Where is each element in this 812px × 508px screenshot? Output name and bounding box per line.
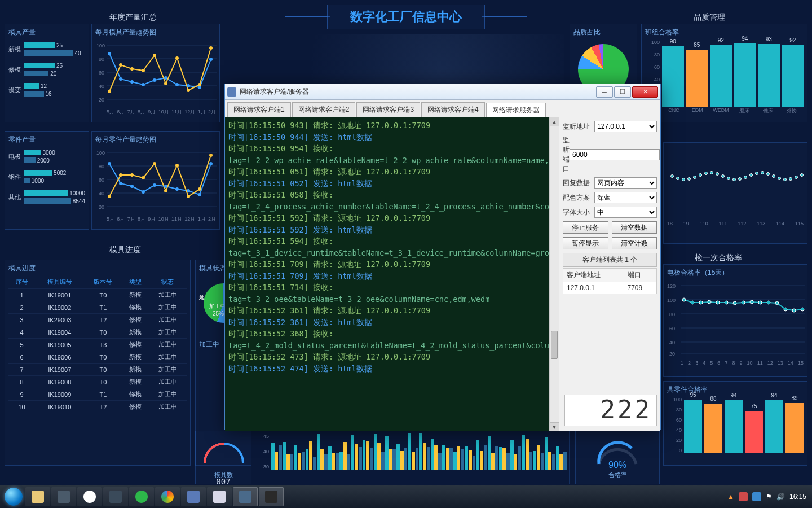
- tab[interactable]: 网络请求客户端2: [292, 102, 356, 117]
- start-button[interactable]: [2, 485, 25, 508]
- minimize-button[interactable]: ─: [596, 86, 613, 98]
- svg-point-45: [164, 185, 167, 188]
- svg-point-42: [130, 185, 134, 188]
- window-title: 网络请求客户端/服务器: [240, 87, 595, 97]
- section-title-left: 年度产量汇总: [107, 10, 159, 25]
- x-axis: CNCEDMWEDM磨床铣床外协: [645, 107, 804, 115]
- network-dialog[interactable]: 网络请求客户端/服务器 ─ ☐ ✕ 网络请求客户端1网络请求客户端2网络请求客户…: [224, 84, 661, 430]
- app-icon: [187, 491, 200, 503]
- svg-text:40: 40: [99, 191, 104, 196]
- listen-port-input[interactable]: [570, 149, 660, 160]
- clock[interactable]: 16:15: [789, 493, 806, 501]
- svg-point-22: [130, 67, 134, 71]
- table-row[interactable]: 9IK19009T1修模加工中: [8, 388, 187, 401]
- taskbar-item[interactable]: [129, 487, 154, 506]
- label: 字体大小: [563, 208, 594, 217]
- titlebar[interactable]: 网络请求客户端/服务器 ─ ☐ ✕: [225, 84, 660, 100]
- tab[interactable]: 网络请求客户端3: [356, 102, 420, 117]
- windows-icon: [5, 488, 23, 506]
- flag-icon[interactable]: ⚑: [766, 493, 772, 501]
- table-row[interactable]: 10IK19010T2修模加工中: [8, 401, 187, 413]
- svg-point-75: [708, 300, 711, 304]
- reply-select[interactable]: 网页内容: [594, 177, 657, 189]
- gauge-arc-icon: [199, 435, 249, 468]
- scroll-down-icon[interactable]: ▼: [550, 422, 559, 431]
- table-row[interactable]: 6IK19006T0新模加工中: [8, 351, 187, 364]
- taskbar-item[interactable]: [207, 487, 232, 506]
- stop-service-button[interactable]: 停止服务: [563, 221, 608, 234]
- notepad-icon: [213, 491, 226, 503]
- svg-point-43: [142, 190, 145, 194]
- svg-text:120: 120: [667, 283, 676, 289]
- table-row[interactable]: 1IK19001T0新模加工中: [8, 289, 187, 301]
- tray-icon[interactable]: ▲: [727, 493, 734, 501]
- system-tray[interactable]: ▲ ⚑ 🔊 16:15: [727, 492, 810, 501]
- svg-point-41: [119, 182, 122, 185]
- svg-point-47: [187, 189, 190, 192]
- terminal-icon: [265, 491, 277, 503]
- console-output[interactable]: 时间[16:15:50 943] 请求: 源地址 127.0.0.1:7709时…: [225, 117, 549, 431]
- svg-text:60: 60: [99, 177, 104, 183]
- svg-point-17: [187, 84, 190, 87]
- svg-point-77: [725, 301, 728, 304]
- table-row[interactable]: 4IK19004T0新模加工中: [8, 326, 187, 339]
- svg-point-12: [130, 80, 134, 84]
- tray-icon[interactable]: [739, 492, 748, 501]
- svg-point-58: [198, 187, 201, 191]
- scroll-thumb[interactable]: [551, 331, 558, 359]
- clear-count-button[interactable]: 清空计数: [612, 237, 657, 249]
- svg-text:100: 100: [667, 297, 676, 303]
- tab[interactable]: 网络请求服务器: [486, 103, 546, 117]
- folder-icon: [32, 491, 44, 503]
- close-button[interactable]: ✕: [632, 86, 658, 98]
- svg-text:100: 100: [96, 150, 105, 156]
- counter-display: 222: [564, 395, 657, 426]
- taskbar[interactable]: ▲ ⚑ 🔊 16:15: [0, 485, 812, 508]
- font-select[interactable]: 中: [594, 207, 657, 218]
- taskbar-item[interactable]: [233, 487, 258, 506]
- taskbar-item[interactable]: [155, 487, 180, 506]
- hbar-group: 电极30002000钢件50021000其他100008544: [8, 148, 85, 205]
- app-icon: [227, 87, 236, 97]
- line-chart: 10080604020: [95, 147, 217, 214]
- scroll-up-icon[interactable]: ▲: [550, 117, 559, 126]
- svg-point-27: [187, 89, 190, 92]
- label: 回复数据: [563, 178, 594, 188]
- panel-mold-trend: 每月模具产量趋势图 10080604020 5月6月7月8月9月10月11月12…: [91, 24, 220, 122]
- app-icon: [83, 491, 96, 503]
- table-row[interactable]: 127.0.0.17709: [563, 282, 657, 294]
- svg-point-28: [198, 83, 201, 86]
- maximize-button[interactable]: ☐: [614, 86, 631, 98]
- panel-control-chart: 1819110111112113114115: [663, 142, 807, 244]
- listen-addr-select[interactable]: 127.0.0.1: [594, 121, 657, 132]
- taskbar-item[interactable]: [259, 487, 284, 506]
- svg-point-76: [716, 301, 720, 304]
- clear-data-button[interactable]: 清空数据: [612, 221, 657, 234]
- svg-point-52: [130, 173, 134, 177]
- svg-text:80: 80: [669, 312, 675, 317]
- pause-display-button[interactable]: 暂停显示: [563, 237, 608, 249]
- scheme-select[interactable]: 深蓝: [594, 192, 657, 203]
- svg-point-54: [153, 162, 156, 165]
- app-icon: [239, 491, 251, 503]
- panel-title: 模具产量: [8, 28, 85, 37]
- scrollbar[interactable]: ▲ ▼: [549, 117, 559, 431]
- table-row[interactable]: 3IK29003T2修模加工中: [8, 314, 187, 326]
- table-row[interactable]: 7IK19007T0新模加工中: [8, 364, 187, 376]
- section-title-inspect: 检一次合格率: [692, 251, 744, 265]
- table-row[interactable]: 5IK19005T3修模加工中: [8, 339, 187, 351]
- taskbar-item[interactable]: [103, 487, 128, 506]
- table-row[interactable]: 2IK19002T1修模加工中: [8, 301, 187, 314]
- speaker-icon[interactable]: 🔊: [776, 493, 785, 501]
- tab[interactable]: 网络请求客户端4: [421, 102, 485, 117]
- panel-title: 电极合格率（15天）: [667, 268, 804, 278]
- table-row[interactable]: 8IK19008T0新模加工中: [8, 376, 187, 388]
- client-table: 客户端地址端口 127.0.0.17709: [563, 268, 657, 294]
- taskbar-item[interactable]: [51, 487, 76, 506]
- taskbar-item[interactable]: [181, 487, 206, 506]
- taskbar-item[interactable]: [77, 487, 102, 506]
- header-deco: [482, 6, 533, 17]
- tray-icon[interactable]: [752, 492, 761, 501]
- tab[interactable]: 网络请求客户端1: [227, 102, 291, 117]
- taskbar-item[interactable]: [25, 487, 50, 506]
